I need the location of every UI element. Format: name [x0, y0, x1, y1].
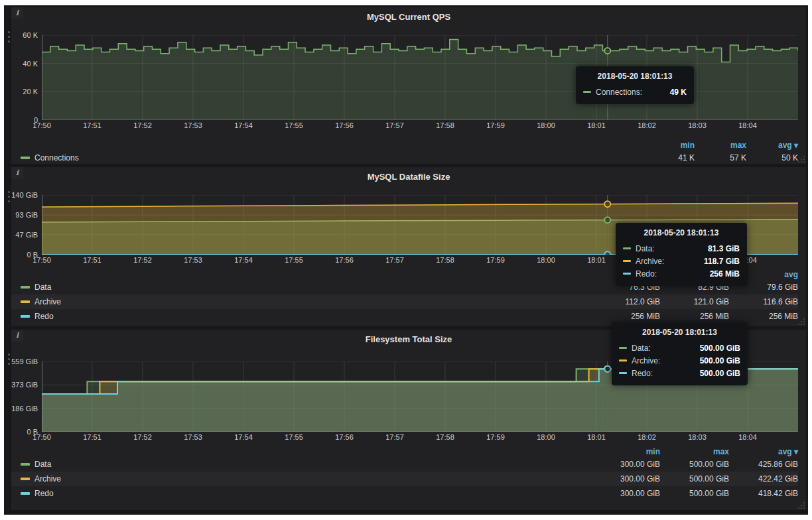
x-tick-label: 18:03: [688, 256, 707, 264]
legend-series-toggle-archive[interactable]: Archive: [21, 297, 591, 306]
resize-handle-icon[interactable]: [798, 502, 805, 509]
grafana-dashboard: i MySQL Current QPS 60 K40 K20 K0 17:501…: [4, 5, 808, 515]
panel-filesystem-total-size: i Filesystem Total Size 559 GiB373 GiB18…: [11, 330, 806, 510]
panel-drag-handle[interactable]: [6, 191, 11, 202]
legend-series-toggle-data[interactable]: Data: [21, 460, 591, 469]
info-icon[interactable]: i: [11, 167, 23, 179]
x-tick-label: 18:00: [537, 121, 555, 129]
series-color-dash-icon: [21, 463, 30, 466]
panel-title[interactable]: MySQL Datafile Size: [11, 167, 806, 183]
resize-handle-icon[interactable]: [798, 156, 805, 162]
chart-area[interactable]: [42, 35, 798, 120]
legend-row-connections: Connections41 K57 K50 K: [11, 151, 798, 165]
y-tick-label: 20 K: [23, 88, 38, 96]
legend-stat-max: 500.00 GiB: [660, 474, 729, 484]
hover-point-marker: [604, 366, 610, 372]
x-tick-label: 18:04: [738, 256, 757, 264]
info-icon[interactable]: i: [11, 330, 23, 342]
legend-stat-min: 76.3 GiB: [591, 283, 660, 292]
legend-row-data: Data300.00 GiB500.00 GiB425.86 GiB: [11, 457, 798, 472]
legend-series-label: Archive: [34, 474, 61, 484]
x-axis: 17:5017:5117:5217:5317:5417:5517:5617:57…: [42, 432, 798, 442]
x-tick-label: 17:55: [285, 433, 303, 441]
legend-sort-min[interactable]: min: [591, 447, 660, 456]
series-color-dash-icon: [21, 286, 30, 289]
legend-stat-min: 300.00 GiB: [591, 489, 660, 498]
legend-sort-avg[interactable]: avg ▾: [729, 447, 798, 456]
x-tick-label: 17:53: [184, 256, 202, 264]
x-tick-label: 17:54: [234, 256, 253, 264]
x-tick-label: 18:00: [537, 433, 555, 441]
resize-handle-icon[interactable]: [798, 318, 805, 325]
x-tick-label: 17:55: [285, 256, 303, 264]
legend-stat-max: 82.9 GiB: [660, 283, 729, 292]
y-tick-label: 140 GiB: [11, 191, 38, 199]
legend-series-toggle-redo[interactable]: Redo: [21, 312, 591, 321]
y-tick-label: 93 GiB: [15, 211, 38, 219]
series-color-dash-icon: [21, 315, 30, 318]
legend-series-toggle-archive[interactable]: Archive: [21, 474, 591, 484]
y-tick-label: 47 GiB: [15, 231, 38, 239]
legend-header-row: minmaxavg ▾: [11, 446, 798, 457]
legend-sort-avg[interactable]: avg ▾: [746, 141, 798, 150]
x-tick-label: 17:50: [33, 433, 51, 441]
x-tick-label: 17:53: [184, 121, 202, 129]
x-tick-label: 18:02: [638, 121, 656, 129]
x-tick-label: 18:02: [638, 433, 656, 441]
hover-point-marker: [604, 201, 610, 207]
legend-sort-avg[interactable]: avg: [729, 270, 798, 279]
legend-series-toggle-redo[interactable]: Redo: [21, 489, 591, 498]
x-tick-label: 17:59: [486, 121, 505, 129]
x-tick-label: 17:54: [234, 121, 253, 129]
legend-row-redo: Redo256 MiB256 MiB256 MiB: [11, 309, 798, 324]
x-tick-label: 17:57: [385, 121, 404, 129]
y-tick-label: 60 K: [23, 31, 38, 39]
series-color-dash-icon: [21, 157, 30, 159]
x-tick-label: 17:51: [83, 256, 102, 264]
x-tick-label: 17:57: [385, 256, 404, 264]
chart-area[interactable]: [42, 195, 798, 255]
legend-stat-max: 500.00 GiB: [660, 460, 729, 469]
series-color-dash-icon: [21, 300, 30, 303]
y-tick-label: 40 K: [23, 60, 38, 68]
series-color-dash-icon: [21, 478, 30, 480]
series-color-dash-icon: [619, 347, 627, 349]
y-axis: 559 GiB373 GiB186 GiB0 B: [11, 361, 42, 432]
x-tick-label: 17:54: [234, 433, 253, 441]
panel-title[interactable]: MySQL Current QPS: [11, 7, 806, 23]
legend-series-toggle-data[interactable]: Data: [21, 283, 591, 292]
legend-sort-min[interactable]: min: [643, 141, 695, 150]
legend-series-label: Archive: [34, 297, 61, 306]
info-icon[interactable]: i: [11, 7, 23, 19]
legend-row-archive: Archive112.0 GiB121.0 GiB116.6 GiB: [11, 294, 798, 309]
x-tick-label: 17:52: [133, 121, 152, 129]
x-tick-label: 17:52: [133, 256, 152, 264]
legend-stat-max: 500.00 GiB: [660, 489, 729, 498]
legend-sort-max[interactable]: max: [660, 447, 729, 456]
x-tick-label: 17:56: [335, 433, 354, 441]
legend-stat-avg: 79.6 GiB: [729, 283, 798, 292]
legend-stat-avg: 425.86 GiB: [729, 460, 798, 469]
legend-series-toggle-connections[interactable]: Connections: [21, 153, 643, 162]
legend-stat-min: 300.00 GiB: [591, 474, 660, 484]
x-tick-label: 17:53: [184, 433, 202, 441]
x-tick-label: 18:04: [738, 433, 757, 441]
x-tick-label: 18:03: [688, 121, 707, 129]
panel-mysql-current-qps: i MySQL Current QPS 60 K40 K20 K0 17:501…: [11, 7, 806, 164]
y-tick-label: 373 GiB: [11, 381, 38, 389]
y-tick-label: 559 GiB: [11, 358, 38, 365]
panel-drag-handle[interactable]: [6, 354, 11, 365]
panel-drag-handle[interactable]: [6, 31, 11, 42]
x-axis: 17:5017:5117:5217:5317:5417:5517:5617:57…: [42, 120, 798, 131]
legend-sort-min[interactable]: min: [591, 270, 660, 279]
legend-sort-max[interactable]: max: [660, 270, 729, 279]
legend-stat-avg: 422.42 GiB: [729, 474, 798, 484]
legend-series-label: Data: [34, 460, 51, 469]
panel-title[interactable]: Filesystem Total Size: [11, 330, 806, 346]
legend-series-label: Redo: [34, 312, 54, 321]
legend-stat-max: 121.0 GiB: [660, 297, 729, 306]
y-axis: 140 GiB93 GiB47 GiB0 B: [11, 195, 42, 255]
legend-sort-max[interactable]: max: [695, 141, 746, 150]
chart-area[interactable]: [42, 361, 798, 432]
x-tick-label: 18:00: [537, 256, 555, 264]
